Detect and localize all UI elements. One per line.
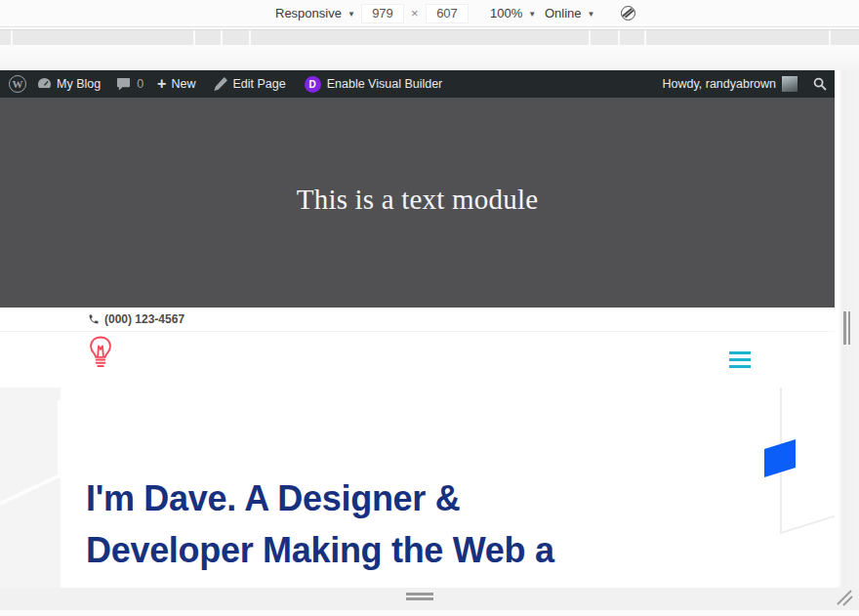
resize-handle-horizontal[interactable] xyxy=(406,593,433,595)
phone-number[interactable]: (000) 123-4567 xyxy=(104,312,184,326)
enable-visual-builder-link[interactable]: Enable Visual Builder xyxy=(327,77,443,91)
resize-handle-vertical[interactable] xyxy=(843,311,846,345)
plus-icon[interactable]: + xyxy=(157,75,166,93)
spacer-band xyxy=(0,45,859,70)
chevron-down-icon: ▼ xyxy=(348,10,355,19)
pencil-icon[interactable] xyxy=(213,77,227,92)
tab-strip xyxy=(0,29,859,45)
hamburger-menu-icon[interactable] xyxy=(729,351,751,372)
site-name-link[interactable]: My Blog xyxy=(57,77,101,91)
resize-handle-vertical[interactable] xyxy=(848,311,851,345)
viewport-width-input[interactable]: 979 xyxy=(361,4,404,23)
zoom-dropdown[interactable]: 100%▼ xyxy=(490,0,536,26)
chevron-down-icon: ▼ xyxy=(588,10,595,19)
new-menu[interactable]: New xyxy=(171,77,195,91)
comments-count: 0 xyxy=(137,77,143,91)
device-toolbar: Responsive▼ 979 × 607 100%▼ Online▼ xyxy=(0,0,859,27)
hero-section: This is a text module xyxy=(0,98,835,308)
dimension-separator: × xyxy=(411,0,419,26)
dashboard-gauge-icon[interactable] xyxy=(37,77,52,92)
wp-admin-bar: W My Blog 0 + New Edit Page D Enable Vis… xyxy=(0,70,835,98)
viewport-height-input[interactable]: 607 xyxy=(426,4,469,23)
site-header xyxy=(0,332,835,388)
network-throttling-dropdown[interactable]: Online▼ xyxy=(545,0,595,26)
chevron-down-icon: ▼ xyxy=(528,10,536,19)
page-content: I'm Dave. A Designer & Developer Making … xyxy=(0,388,835,588)
bottom-margin xyxy=(0,610,859,616)
search-icon[interactable] xyxy=(813,77,827,91)
page-viewport: W My Blog 0 + New Edit Page D Enable Vis… xyxy=(0,70,835,588)
rotate-disabled-icon[interactable] xyxy=(621,6,635,21)
wordpress-logo-icon[interactable]: W xyxy=(9,75,26,93)
lightbulb-logo-icon[interactable] xyxy=(88,336,113,374)
edit-page-link[interactable]: Edit Page xyxy=(232,77,285,91)
phone-icon xyxy=(88,313,100,325)
right-gutter xyxy=(835,70,859,588)
device-type-dropdown[interactable]: Responsive▼ xyxy=(275,0,355,26)
divi-logo-icon[interactable]: D xyxy=(305,76,321,93)
comments-bubble-icon[interactable] xyxy=(116,77,131,91)
bottom-gutter xyxy=(0,588,859,610)
browser-responsive-view: Responsive▼ 979 × 607 100%▼ Online▼ W My… xyxy=(0,0,859,616)
blue-parallelogram xyxy=(764,439,796,477)
header-top-bar: (000) 123-4567 xyxy=(0,308,835,332)
resize-corner-grip[interactable] xyxy=(835,587,859,611)
avatar[interactable] xyxy=(782,76,798,92)
page-heading: I'm Dave. A Designer & Developer Making … xyxy=(86,472,554,576)
howdy-account-link[interactable]: Howdy, randyabrown xyxy=(663,77,777,91)
hero-text: This is a text module xyxy=(297,184,538,216)
resize-handle-horizontal[interactable] xyxy=(406,597,433,600)
